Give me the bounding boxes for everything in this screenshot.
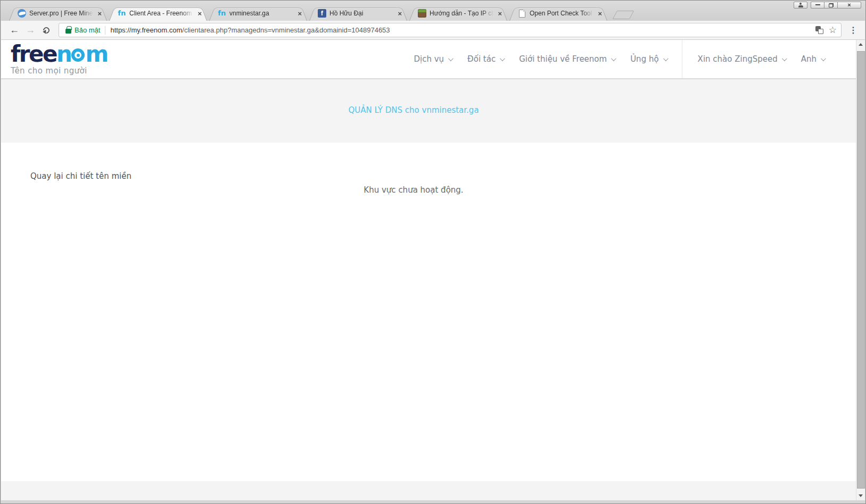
reload-icon: [42, 26, 51, 35]
tab-title: Hướng dẫn - Tạo IP chữ c: [430, 10, 493, 17]
tab-title: Hồ Hữu Đại: [329, 10, 393, 17]
bookmark-star-icon[interactable]: ☆: [829, 26, 837, 35]
tab-title: Open Port Check Tool: [530, 10, 593, 17]
maximize-button[interactable]: [824, 2, 837, 9]
minecraft-grass-icon: [418, 9, 426, 18]
tab-close-icon[interactable]: ×: [196, 10, 203, 18]
url-text[interactable]: https://my.freenom.com/clientarea.php?ma…: [110, 26, 811, 34]
tab-huong-dan[interactable]: Hướng dẫn - Tạo IP chữ c ×: [409, 6, 507, 21]
tab-close-icon[interactable]: ×: [296, 10, 303, 18]
omnibox-divider: [105, 26, 105, 35]
freenom-header: freenm Tên cho mọi người Dịch vụ Đối tác…: [1, 40, 865, 78]
nav-label: Dịch vụ: [414, 54, 444, 64]
nav-item-ung-ho[interactable]: Ủng hộ: [630, 54, 666, 64]
person-icon: [798, 3, 803, 7]
browser-toolbar: ← → Bảo mật https://my.freenom.com/clien…: [1, 21, 865, 40]
tab-title: vnminestar.ga: [229, 10, 293, 17]
tab-title: Server.pro | Free Minecra: [29, 10, 93, 17]
logo-text-free: free: [11, 41, 56, 67]
kebab-menu-icon: ⋮: [849, 25, 857, 35]
scrollbar-thumb[interactable]: [857, 51, 865, 489]
forward-button[interactable]: →: [23, 23, 37, 37]
tab-strip: Server.pro | Free Minecra × fn Client Ar…: [9, 6, 632, 21]
new-tab-button[interactable]: [613, 11, 634, 19]
site-nav: Dịch vụ Đối tác Giới thiệu về Freenom Ủn…: [398, 40, 865, 78]
status-message: Khu vực chưa hoạt động.: [1, 185, 826, 195]
facebook-icon: f: [318, 9, 326, 18]
tab-close-icon[interactable]: ×: [96, 10, 103, 18]
chevron-down-icon: [448, 56, 453, 61]
back-button[interactable]: ←: [7, 23, 21, 37]
browser-window: Server.pro | Free Minecra × fn Client Ar…: [0, 0, 866, 504]
tab-open-port-check[interactable]: Open Port Check Tool ×: [509, 6, 607, 21]
back-to-domain-details-link[interactable]: Quay lại chi tiết tên miền: [30, 171, 131, 181]
close-button[interactable]: ×: [837, 2, 861, 9]
window-titlebar: Server.pro | Free Minecra × fn Client Ar…: [1, 1, 865, 21]
security-status-label[interactable]: Bảo mật: [75, 26, 100, 34]
chevron-down-icon: [663, 56, 669, 61]
main-content: Quay lại chi tiết tên miền Khu vực chưa …: [1, 143, 865, 481]
nav-item-dich-vu[interactable]: Dịch vụ: [414, 54, 452, 64]
nav-divider: [682, 40, 682, 78]
minimize-icon: [815, 4, 820, 5]
tab-client-area-freenom[interactable]: fn Client Area - Freenom ×: [109, 6, 207, 21]
page-icon: [519, 10, 525, 18]
logo-tagline: Tên cho mọi người: [11, 67, 108, 75]
chevron-down-icon: [782, 56, 787, 61]
nav-label: Đối tác: [467, 54, 496, 64]
profile-button[interactable]: [794, 2, 807, 9]
logo-text-m: m: [85, 41, 107, 67]
chevron-down-icon: [821, 56, 826, 61]
tab-close-icon[interactable]: ×: [397, 10, 403, 18]
forward-icon: →: [26, 24, 35, 36]
nav-item-doi-tac[interactable]: Đối tác: [467, 54, 504, 64]
url-path: /clientarea.php?managedns=vnminestar.ga&…: [182, 26, 390, 34]
footer-band: [1, 481, 865, 500]
nav-item-gioi-thieu[interactable]: Giới thiệu về Freenom: [519, 54, 615, 64]
window-controls: ×: [794, 2, 861, 9]
scroll-down-button[interactable]: [856, 491, 865, 500]
secure-lock-icon: [65, 29, 71, 34]
nav-item-greeting[interactable]: Xin chào ZingSpeed: [698, 54, 786, 64]
tab-vnminestar[interactable]: fn vnminestar.ga ×: [209, 6, 307, 21]
address-bar[interactable]: Bảo mật https://my.freenom.com/clientare…: [59, 23, 842, 37]
language-label: Anh: [801, 54, 816, 64]
scroll-up-icon: [859, 43, 863, 46]
greeting-label: Xin chào ZingSpeed: [698, 54, 778, 64]
browser-menu-button[interactable]: ⋮: [847, 23, 860, 37]
freenom-favicon-icon: fn: [118, 9, 126, 18]
dns-heading-band: QUẢN LÝ DNS cho vnminestar.ga: [1, 79, 865, 143]
minimize-button[interactable]: [811, 2, 824, 9]
nav-label: Giới thiệu về Freenom: [519, 54, 607, 64]
logo-text-n: n: [56, 41, 71, 67]
scroll-up-button[interactable]: [856, 40, 865, 49]
freenom-favicon-icon: fn: [218, 9, 226, 18]
translate-icon[interactable]: [815, 26, 823, 34]
url-host: https://my.freenom.com: [110, 26, 182, 34]
back-icon: ←: [10, 24, 19, 36]
nav-item-language[interactable]: Anh: [801, 54, 824, 64]
freenom-logo[interactable]: freenm Tên cho mọi người: [11, 43, 108, 75]
chevron-down-icon: [611, 56, 616, 61]
tab-close-icon[interactable]: ×: [497, 10, 503, 18]
nav-label: Ủng hộ: [630, 54, 658, 64]
serverpro-globe-icon: [18, 9, 26, 18]
tab-close-icon[interactable]: ×: [597, 10, 603, 18]
restore-icon: [829, 3, 834, 7]
page-viewport: freenm Tên cho mọi người Dịch vụ Đối tác…: [1, 40, 865, 500]
close-icon: ×: [847, 2, 851, 8]
logo-o-mark: [71, 48, 85, 62]
scroll-down-icon: [859, 494, 863, 497]
manage-dns-link[interactable]: QUẢN LÝ DNS cho vnminestar.ga: [1, 105, 826, 115]
reload-button[interactable]: [39, 23, 53, 37]
page-scrollbar[interactable]: [856, 40, 865, 500]
tab-serverpro[interactable]: Server.pro | Free Minecra ×: [9, 6, 107, 21]
tab-title: Client Area - Freenom: [129, 10, 193, 17]
tab-facebook[interactable]: f Hồ Hữu Đại ×: [309, 6, 407, 21]
chevron-down-icon: [500, 56, 505, 61]
